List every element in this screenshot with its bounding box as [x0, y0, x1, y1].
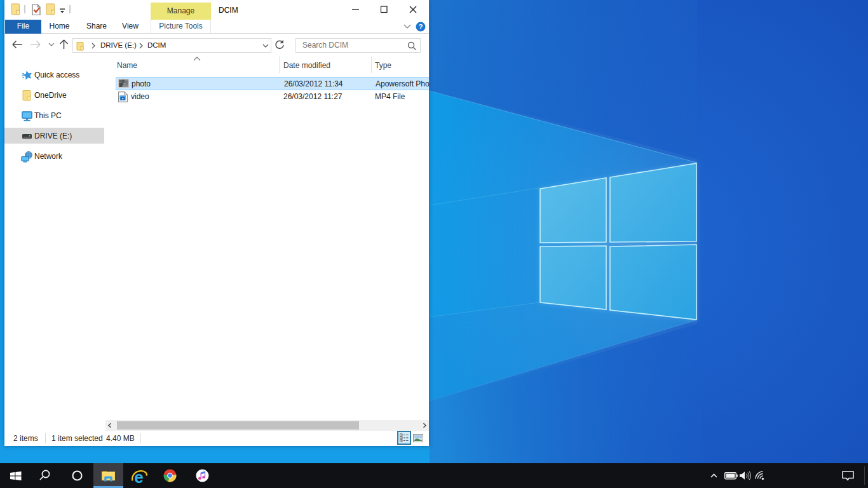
svg-text:?: ? [418, 23, 423, 30]
